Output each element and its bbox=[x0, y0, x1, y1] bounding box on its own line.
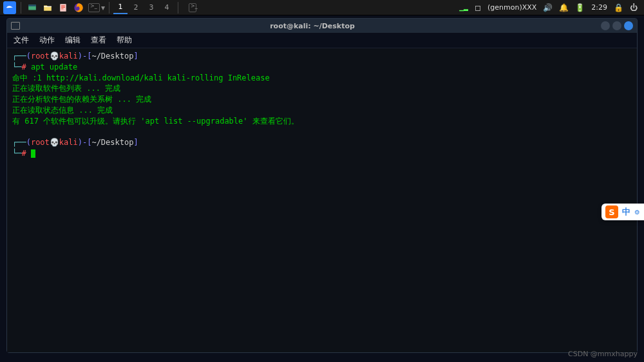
output-line: 正在读取软件包列表 ... 完成 bbox=[12, 83, 632, 94]
volume-icon[interactable]: 🔊 bbox=[543, 3, 553, 12]
terminal-body[interactable]: ┌──(root💀kali)-[~/Desktop] └─# apt updat… bbox=[7, 48, 637, 352]
terminal-window: root@kali: ~/Desktop 文件 动作 编辑 查看 帮助 ┌──(… bbox=[6, 18, 638, 353]
window-titlebar[interactable]: root@kali: ~/Desktop bbox=[7, 19, 637, 33]
ime-sogou-icon: S bbox=[605, 205, 618, 218]
window-title: root@kali: ~/Desktop bbox=[24, 22, 601, 30]
output-line: 命中 :1 http://kali.download/kali kali-rol… bbox=[12, 73, 632, 84]
window-icon bbox=[11, 22, 20, 30]
window-controls bbox=[601, 21, 633, 30]
output-line: 有 617 个软件包可以升级。请执行 'apt list --upgradabl… bbox=[12, 116, 632, 127]
workspace-3[interactable]: 3 bbox=[144, 1, 158, 14]
menu-edit[interactable]: 编辑 bbox=[65, 35, 80, 46]
ime-lang-indicator[interactable]: 中 bbox=[622, 206, 630, 218]
menu-actions[interactable]: 动作 bbox=[39, 35, 55, 46]
panel-divider-3 bbox=[178, 2, 178, 14]
show-desktop-icon[interactable] bbox=[25, 1, 39, 15]
ime-settings-icon[interactable]: ⚙ bbox=[634, 209, 640, 216]
lock-icon[interactable]: 🔒 bbox=[614, 3, 623, 12]
notifications-icon[interactable]: 🔔 bbox=[559, 3, 569, 12]
prompt-line-1: ┌──(root💀kali)-[~/Desktop] bbox=[12, 51, 632, 62]
screen-icon[interactable]: ◻ bbox=[475, 3, 481, 12]
menubar: 文件 动作 编辑 查看 帮助 bbox=[7, 33, 637, 48]
command-line-1: └─# apt update bbox=[12, 62, 632, 73]
power-icon[interactable]: ⏻ bbox=[630, 3, 638, 12]
close-button[interactable] bbox=[624, 21, 633, 30]
clock-text[interactable]: 2:29 bbox=[591, 3, 607, 12]
kali-menu-icon[interactable] bbox=[3, 1, 16, 14]
terminal-launcher-icon[interactable] bbox=[87, 1, 101, 15]
menu-help[interactable]: 帮助 bbox=[117, 35, 132, 46]
workspace-1[interactable]: 1 bbox=[113, 1, 128, 14]
prompt-line-2: ┌──(root💀kali)-[~/Desktop] bbox=[12, 137, 632, 148]
battery-icon[interactable]: 🔋 bbox=[575, 3, 585, 12]
svg-rect-1 bbox=[28, 5, 36, 6]
dropdown-arrow-icon[interactable]: ▾ bbox=[101, 3, 105, 12]
maximize-button[interactable] bbox=[612, 21, 621, 30]
menu-view[interactable]: 查看 bbox=[91, 35, 106, 46]
menu-file[interactable]: 文件 bbox=[14, 35, 29, 46]
workspace-4[interactable]: 4 bbox=[160, 1, 174, 14]
panel-left: ▾ 1 2 3 4 bbox=[3, 1, 196, 15]
blank-line bbox=[12, 127, 632, 138]
file-manager-icon[interactable] bbox=[41, 1, 55, 15]
watermark: CSDN @mmxhappy bbox=[568, 350, 638, 358]
network-graph-icon: ▁▂ bbox=[459, 5, 468, 11]
output-line: 正在读取状态信息 ... 完成 bbox=[12, 105, 632, 116]
command-line-2: └─# bbox=[12, 148, 632, 159]
top-panel: ▾ 1 2 3 4 ▁▂ ◻ (genmon)XXX 🔊 🔔 🔋 2:29 🔒 … bbox=[0, 0, 644, 15]
firefox-icon[interactable] bbox=[71, 1, 86, 15]
panel-divider-2 bbox=[109, 2, 109, 14]
workspace-2[interactable]: 2 bbox=[129, 1, 143, 14]
active-window-icon[interactable] bbox=[182, 1, 196, 15]
panel-divider bbox=[21, 2, 21, 14]
ime-widget[interactable]: S 中 ⚙ bbox=[601, 204, 644, 220]
minimize-button[interactable] bbox=[601, 21, 610, 30]
output-line: 正在分析软件包的依赖关系树 ... 完成 bbox=[12, 94, 632, 105]
genmon-text: (genmon)XXX bbox=[488, 3, 536, 12]
text-editor-icon[interactable] bbox=[56, 1, 70, 15]
cursor bbox=[31, 149, 35, 158]
panel-right: ▁▂ ◻ (genmon)XXX 🔊 🔔 🔋 2:29 🔒 ⏻ bbox=[459, 3, 641, 12]
